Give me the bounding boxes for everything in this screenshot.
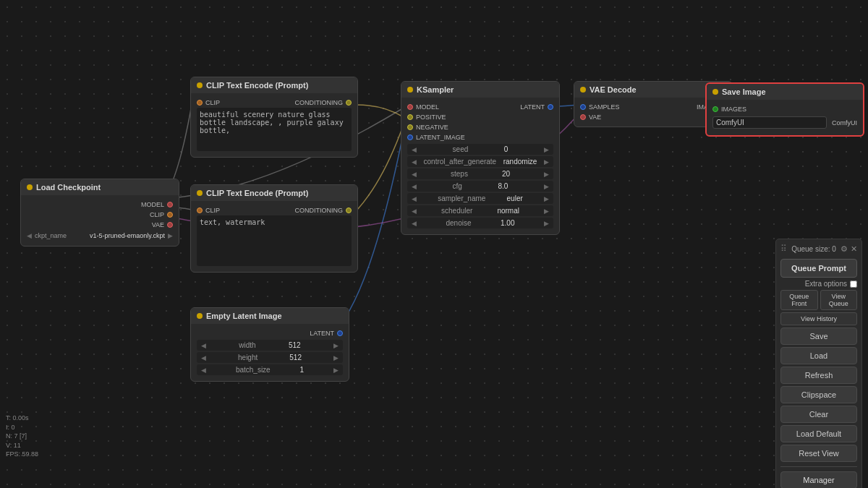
steps-arrow-right[interactable]: ▶	[544, 171, 549, 178]
ksampler-latent-connector[interactable]	[548, 104, 553, 110]
queue-size-label: Queue size: 0	[791, 245, 836, 253]
extra-options-checkbox[interactable]	[850, 281, 857, 288]
control-value: randomize	[503, 158, 537, 166]
ksampler-positive-connector[interactable]	[407, 114, 413, 120]
width-label: width	[239, 341, 255, 349]
ksampler-negative-connector[interactable]	[407, 124, 413, 130]
height-widget[interactable]: ◀ height 512 ▶	[197, 352, 343, 363]
seed-label: seed	[453, 145, 469, 153]
seed-arrow-left[interactable]: ◀	[412, 146, 417, 153]
sampler-arrow-right[interactable]: ▶	[544, 195, 549, 202]
panel-drag-handle[interactable]: ⠿	[780, 244, 787, 254]
view-history-row: View History	[780, 312, 857, 325]
save-image-node: Save Image images ComfyUI	[705, 82, 864, 137]
node-header: Load Checkpoint	[21, 179, 179, 195]
denoise-arrow-left[interactable]: ◀	[412, 220, 417, 227]
sampler-widget[interactable]: ◀ sampler_name euler ▶	[407, 193, 553, 204]
negative-port-row: clip CONDITIONING	[197, 205, 352, 215]
seed-arrow-right[interactable]: ▶	[544, 146, 549, 153]
queue-front-button[interactable]: Queue Front	[780, 290, 818, 310]
ksampler-port-negative: negative	[407, 122, 553, 132]
node-body: MODEL CLIP VAE ◀ ckpt_name v1-5-prun	[21, 195, 179, 246]
steps-widget[interactable]: ◀ steps 20 ▶	[407, 168, 553, 179]
positive-clip-connector[interactable]	[197, 100, 203, 106]
height-arrow-right[interactable]: ▶	[333, 354, 339, 361]
node-dot-ksampler	[407, 87, 413, 93]
ksampler-latent-in-connector[interactable]	[407, 134, 413, 140]
positive-conditioning-connector[interactable]	[346, 100, 352, 106]
filename-prefix-input[interactable]	[712, 116, 827, 129]
positive-text-area[interactable]: beautiful scenery nature glass bottle la…	[197, 108, 352, 151]
empty-latent-image-node: Empty Latent Image LATENT ◀ width 512 ▶ …	[190, 307, 349, 382]
scheduler-widget[interactable]: ◀ scheduler normal ▶	[407, 205, 553, 216]
scheduler-arrow-right[interactable]: ▶	[544, 207, 549, 215]
batch-arrow-right[interactable]: ▶	[333, 367, 339, 374]
denoise-value: 1.00	[501, 219, 514, 227]
cfg-arrow-right[interactable]: ▶	[544, 183, 549, 190]
width-widget[interactable]: ◀ width 512 ▶	[197, 340, 343, 351]
port-model-label: MODEL	[141, 201, 164, 208]
panel-close-icon[interactable]: ✕	[851, 244, 857, 254]
control-arrow-right[interactable]: ▶	[544, 158, 549, 166]
node-body-positive: clip CONDITIONING beautiful scenery natu…	[191, 93, 357, 157]
port-model-connector[interactable]	[167, 202, 173, 207]
ckpt-arrow-left[interactable]: ◀	[27, 232, 32, 239]
control-arrow-left[interactable]: ◀	[412, 158, 417, 166]
height-arrow-left[interactable]: ◀	[201, 354, 206, 361]
panel-settings-icon[interactable]: ⚙	[841, 244, 848, 254]
seed-widget[interactable]: ◀ seed 0 ▶	[407, 144, 553, 155]
denoise-widget[interactable]: ◀ denoise 1.00 ▶	[407, 218, 553, 228]
steps-arrow-left[interactable]: ◀	[412, 171, 417, 178]
vae-vae-label: vae	[589, 114, 601, 121]
node-body-save: images ComfyUI	[707, 100, 863, 135]
width-arrow-left[interactable]: ◀	[201, 342, 206, 349]
small-btn-row: Queue Front View Queue	[780, 290, 857, 310]
width-arrow-right[interactable]: ▶	[333, 342, 339, 349]
clear-button[interactable]: Clear	[780, 406, 857, 423]
manager-button[interactable]: Manager	[780, 471, 857, 488]
node-header-positive: CLIP Text Encode (Prompt)	[191, 77, 357, 93]
height-label: height	[238, 354, 258, 361]
batch-widget[interactable]: ◀ batch_size 1 ▶	[197, 364, 343, 375]
latent-output-connector[interactable]	[337, 330, 343, 336]
negative-clip-connector[interactable]	[197, 207, 203, 213]
sampler-arrow-left[interactable]: ◀	[412, 195, 417, 202]
reset-view-button[interactable]: Reset View	[780, 445, 857, 462]
vae-vae-connector[interactable]	[580, 114, 586, 120]
view-history-button[interactable]: View History	[780, 312, 857, 325]
port-clip-connector[interactable]	[167, 212, 173, 218]
negative-conditioning-connector[interactable]	[346, 207, 352, 213]
clipspace-button[interactable]: Clipspace	[780, 386, 857, 403]
negative-text-area[interactable]: text, watermark	[197, 215, 352, 266]
ksampler-model-connector[interactable]	[407, 104, 413, 110]
save-button[interactable]: Save	[780, 328, 857, 345]
status-n: N: 7 [7]	[6, 432, 38, 441]
cfg-value: 8.0	[498, 182, 509, 190]
panel-divider	[780, 466, 857, 467]
ckpt-arrow-right[interactable]: ▶	[168, 232, 173, 239]
denoise-arrow-right[interactable]: ▶	[544, 220, 549, 227]
cfg-arrow-left[interactable]: ◀	[412, 183, 417, 190]
save-images-connector[interactable]	[712, 106, 718, 112]
node-header-latent: Empty Latent Image	[191, 308, 349, 324]
clip-text-encode-positive-node: CLIP Text Encode (Prompt) clip CONDITION…	[190, 77, 358, 158]
load-default-button[interactable]: Load Default	[780, 425, 857, 442]
port-vae-connector[interactable]	[167, 222, 173, 228]
control-widget[interactable]: ◀ control_after_generate randomize ▶	[407, 156, 553, 167]
cfg-widget[interactable]: ◀ cfg 8.0 ▶	[407, 181, 553, 192]
load-button[interactable]: Load	[780, 347, 857, 364]
latent-output-row: LATENT	[197, 328, 343, 338]
node-body-ksampler: model LATENT positive negative	[401, 98, 559, 234]
panel-icons: ⚙ ✕	[841, 244, 857, 254]
status-t: T: 0.00s	[6, 414, 38, 423]
ckpt-widget-row: ◀ ckpt_name v1-5-pruned-emaonly.ckpt ▶	[27, 232, 173, 239]
view-queue-button[interactable]: View Queue	[820, 290, 858, 310]
refresh-button[interactable]: Refresh	[780, 367, 857, 384]
batch-arrow-left[interactable]: ◀	[201, 367, 206, 374]
panel-header: ⠿ Queue size: 0 ⚙ ✕	[780, 244, 857, 254]
node-body-negative: clip CONDITIONING text, watermark	[191, 201, 357, 272]
queue-prompt-button[interactable]: Queue Prompt	[780, 259, 857, 278]
vae-samples-connector[interactable]	[580, 104, 586, 110]
node-title-positive: CLIP Text Encode (Prompt)	[206, 81, 308, 90]
scheduler-arrow-left[interactable]: ◀	[412, 207, 417, 215]
